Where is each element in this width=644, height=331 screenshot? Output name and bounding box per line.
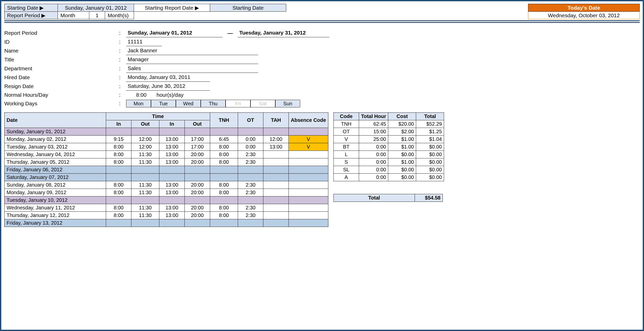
cell-date[interactable]: Tuesday, January 10, 2012 — [5, 196, 106, 204]
cell-date[interactable]: Wednesday, January 04, 2012 — [5, 151, 106, 158]
cell-out1[interactable] — [131, 174, 159, 181]
cell-code[interactable] — [289, 181, 328, 189]
cell-in2[interactable] — [159, 166, 185, 174]
cell-out2[interactable] — [185, 174, 210, 181]
cell-out1[interactable] — [131, 128, 159, 136]
cell-tnh[interactable]: 6:45 — [210, 136, 238, 143]
cell-ot[interactable]: 2:30 — [238, 158, 263, 166]
cell-tnh[interactable]: 8:00 — [210, 204, 238, 212]
period-qty[interactable]: 1 — [89, 12, 105, 19]
day-cell-fri[interactable]: Fri — [226, 100, 250, 107]
cell-tnh[interactable] — [210, 174, 238, 181]
cell-in1[interactable] — [106, 174, 131, 181]
cell-in2[interactable]: 13:00 — [159, 212, 185, 219]
cell-in2[interactable]: 13:00 — [159, 189, 185, 196]
cell-out2[interactable]: 17:00 — [185, 143, 210, 151]
cell-code[interactable] — [289, 212, 328, 219]
cell-tah[interactable] — [263, 196, 289, 204]
day-cell-thu[interactable]: Thu — [201, 100, 226, 107]
cell-in2[interactable] — [159, 128, 185, 136]
cell-tah[interactable] — [263, 219, 289, 227]
cell-date[interactable]: Friday, January 13, 2012 — [5, 219, 106, 227]
cell-ot[interactable]: 2:30 — [238, 204, 263, 212]
cell-date[interactable]: Monday, January 02, 2012 — [5, 136, 106, 143]
cell-tnh[interactable] — [210, 196, 238, 204]
cell-in1[interactable]: 8:00 — [106, 158, 131, 166]
cell-tnh[interactable]: 8:00 — [210, 143, 238, 151]
cell-out1[interactable]: 11:30 — [131, 189, 159, 196]
cell-in2[interactable]: 13:00 — [159, 204, 185, 212]
cell-tnh[interactable] — [210, 166, 238, 174]
starting-date-label[interactable]: Starting Date ▶ — [5, 4, 58, 12]
cell-ot[interactable]: 0:00 — [238, 136, 263, 143]
cell-tnh[interactable] — [210, 219, 238, 227]
cell-out1[interactable]: 12:00 — [131, 143, 159, 151]
cell-out1[interactable]: 11:30 — [131, 158, 159, 166]
cell-out1[interactable]: 11:30 — [131, 204, 159, 212]
cell-out2[interactable] — [185, 196, 210, 204]
cell-code[interactable] — [289, 196, 328, 204]
cell-out2[interactable]: 17:00 — [185, 136, 210, 143]
cell-date[interactable]: Thursday, January 12, 2012 — [5, 212, 106, 219]
cell-tah[interactable]: 12:00 — [263, 136, 289, 143]
cell-out2[interactable]: 20:00 — [185, 189, 210, 196]
cell-in2[interactable] — [159, 219, 185, 227]
cell-tah[interactable]: 13:00 — [263, 143, 289, 151]
cell-tah[interactable] — [263, 181, 289, 189]
cell-in2[interactable]: 13:00 — [159, 158, 185, 166]
cell-code[interactable] — [289, 189, 328, 196]
cell-date[interactable]: Tuesday, January 03, 2012 — [5, 143, 106, 151]
cell-ot[interactable]: 2:30 — [238, 189, 263, 196]
cell-ot[interactable] — [238, 174, 263, 181]
cell-tah[interactable] — [263, 151, 289, 158]
cell-out1[interactable]: 11:30 — [131, 181, 159, 189]
cell-ot[interactable]: 2:30 — [238, 151, 263, 158]
cell-out2[interactable] — [185, 219, 210, 227]
cell-code[interactable] — [289, 204, 328, 212]
cell-tnh[interactable]: 8:00 — [210, 189, 238, 196]
cell-tah[interactable] — [263, 158, 289, 166]
cell-in2[interactable]: 13:00 — [159, 151, 185, 158]
day-cell-mon[interactable]: Mon — [126, 100, 151, 107]
day-cell-sat[interactable]: Sat — [250, 100, 275, 107]
cell-tah[interactable] — [263, 189, 289, 196]
cell-out2[interactable]: 20:00 — [185, 151, 210, 158]
cell-out2[interactable]: 20:00 — [185, 204, 210, 212]
cell-tah[interactable] — [263, 212, 289, 219]
cell-out1[interactable]: 11:30 — [131, 212, 159, 219]
cell-in1[interactable]: 8:00 — [106, 151, 131, 158]
report-period-label[interactable]: Report Period ▶ — [5, 12, 58, 19]
cell-in2[interactable]: 13:00 — [159, 143, 185, 151]
cell-tah[interactable] — [263, 128, 289, 136]
cell-code[interactable] — [289, 219, 328, 227]
cell-tah[interactable] — [263, 204, 289, 212]
cell-date[interactable]: Wednesday, January 11, 2012 — [5, 204, 106, 212]
cell-in1[interactable] — [106, 196, 131, 204]
cell-out2[interactable]: 20:00 — [185, 158, 210, 166]
cell-in2[interactable] — [159, 196, 185, 204]
cell-in2[interactable]: 13:00 — [159, 181, 185, 189]
cell-code[interactable]: V — [289, 136, 328, 143]
cell-in1[interactable]: 8:00 — [106, 212, 131, 219]
cell-tah[interactable] — [263, 174, 289, 181]
cell-date[interactable]: Monday, January 09, 2012 — [5, 189, 106, 196]
cell-ot[interactable] — [238, 166, 263, 174]
cell-code[interactable]: V — [289, 143, 328, 151]
cell-in1[interactable]: 8:00 — [106, 143, 131, 151]
cell-out2[interactable] — [185, 166, 210, 174]
starting-date-value[interactable]: Sunday, January 01, 2012 — [58, 4, 134, 12]
cell-out2[interactable]: 20:00 — [185, 212, 210, 219]
cell-tah[interactable] — [263, 166, 289, 174]
cell-out1[interactable] — [131, 166, 159, 174]
cell-date[interactable]: Thursday, January 05, 2012 — [5, 158, 106, 166]
cell-ot[interactable] — [238, 219, 263, 227]
cell-in1[interactable] — [106, 219, 131, 227]
cell-out2[interactable] — [185, 128, 210, 136]
cell-code[interactable] — [289, 166, 328, 174]
cell-tnh[interactable]: 8:00 — [210, 151, 238, 158]
starting-report-date-label[interactable]: Starting Report Date ▶ — [134, 4, 210, 12]
cell-date[interactable]: Saturday, January 07, 2012 — [5, 174, 106, 181]
cell-code[interactable] — [289, 128, 328, 136]
starting-date-text[interactable]: Starting Date — [210, 4, 286, 12]
cell-ot[interactable]: 2:30 — [238, 181, 263, 189]
